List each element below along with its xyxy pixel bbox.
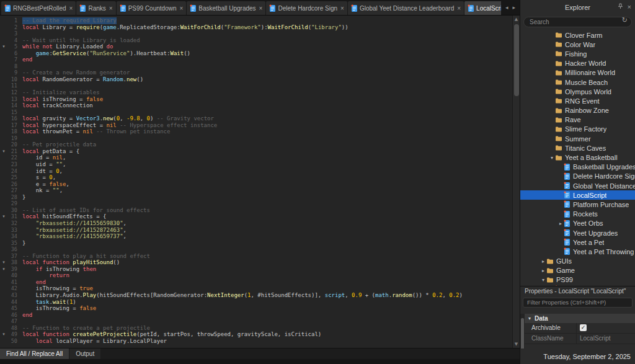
code-line[interactable]: 32 "rbxassetid://14155659830", [0,220,512,227]
tree-item[interactable]: Yeet Upgrades [520,228,635,237]
code-line[interactable]: 42 isThrowing = true [0,285,512,292]
code-line[interactable]: 17local hyperspaceEffect = nil -- Hypers… [0,122,512,129]
code-line[interactable]: 47 [0,318,512,325]
tree-item[interactable]: Clover Farm [520,30,635,40]
scroll-down-icon[interactable]: ▼ [513,340,520,348]
tree-item[interactable]: Delete Hardcore Sign [520,172,635,181]
tree-item[interactable]: Millionaire World [520,68,635,78]
explorer-search-input[interactable] [523,17,632,27]
code-line[interactable]: 1-- Load the required Library [0,17,512,24]
tree-item[interactable]: ▸GUIs [520,257,635,266]
tree-item[interactable]: Color War [520,40,635,49]
tree-item[interactable]: Muscle Beach [520,78,635,87]
code-line[interactable]: 7end [0,56,512,63]
tab-scroll-left-icon[interactable]: ◂ [505,4,508,11]
tree-item[interactable]: Basketball Upgrades [520,162,635,172]
code-line[interactable]: 19 [0,135,512,142]
close-icon[interactable]: × [628,4,631,11]
code-line[interactable]: 30-- List of asset IDs for sound effects [0,207,512,214]
tree-item[interactable]: ▸Yeet Orbs [520,219,635,228]
tree-item[interactable]: ▾PS99 [520,275,635,285]
code-line[interactable]: ▾49local function createPetProjectile(pe… [0,331,512,338]
code-line[interactable]: 28} [0,194,512,201]
tree-collapse-icon[interactable]: ▾ [549,155,555,161]
section-collapse-icon[interactable]: ▾ [525,316,535,321]
code-line[interactable]: 6 game:GetService("RunService").Heartbea… [0,50,512,57]
property-row[interactable]: ClassNameLocalScript [525,334,635,344]
tree-item[interactable]: Yeet a Pet Throwing [520,247,635,256]
tree-item[interactable]: Rainbow Zone [520,106,635,115]
code-line[interactable]: 14local trackConnection [0,102,512,109]
code-line[interactable]: 4-- Wait until the Library is loaded [0,37,512,44]
bottom-tab-output[interactable]: Output [69,348,100,359]
checkbox[interactable]: ✓ [580,324,587,331]
tree-item[interactable]: Global Yeet Distance Leaderboard [520,181,635,190]
bottom-tab-find-all-replace-all[interactable]: Find All / Replace All [0,348,69,359]
code-line[interactable]: 40 return [0,272,512,279]
fold-toggle-icon[interactable]: ▾ [0,266,7,273]
tree-item[interactable]: Slime Factory [520,125,635,134]
properties-scrollbar-thumb[interactable] [521,318,524,349]
tree-item[interactable]: ▾Yeet a Basketball [520,153,635,162]
tree-expand-icon[interactable]: ▸ [557,221,564,226]
close-icon[interactable]: × [340,5,344,12]
code-line[interactable]: ▾31local hitSoundEffects = { [0,213,512,220]
tree-item[interactable]: RNG Event [520,96,635,105]
properties-scrollbar[interactable] [520,314,525,349]
tree-item[interactable]: Titanic Caves [520,143,635,153]
code-line[interactable]: 16local gravity = Vector3.new(0, -9.8, 0… [0,115,512,122]
tree-expand-icon[interactable]: ▸ [540,268,546,273]
code-line[interactable]: 15 [0,109,512,116]
code-line[interactable]: 43 Library.Audio.Play(hitSoundEffects[Ra… [0,292,512,299]
code-line[interactable]: 50 local localPlayer = Library.LocalPlay… [0,338,512,345]
fold-toggle-icon[interactable]: ▾ [0,43,7,50]
code-line[interactable]: 22 id = nil, [0,154,512,161]
properties-filter-input[interactable] [523,298,633,308]
editor-tab[interactable]: RNGBestPetRolled× [1,1,76,15]
code-line[interactable]: 36 [0,246,512,253]
tree-item[interactable]: Fishing [520,49,635,58]
code-line[interactable]: 2local Library = require(game.Replicated… [0,24,512,31]
fold-toggle-icon[interactable]: ▾ [0,148,7,155]
code-line[interactable]: ▾38local function playHitSound() [0,259,512,266]
property-value[interactable]: ✓ [577,323,635,333]
code-line[interactable]: 33 "rbxassetid://14152872463", [0,227,512,234]
tree-collapse-icon[interactable]: ▾ [540,277,546,283]
code-line[interactable]: 10local RandomGenerator = Random.new() [0,76,512,83]
editor-tab[interactable]: Global Yeet Distance Leaderboard× [348,1,464,15]
tree-item[interactable]: Platform Purchase [520,200,635,209]
code-line[interactable]: 29 [0,200,512,207]
close-icon[interactable]: × [179,5,183,12]
close-icon[interactable]: × [259,5,263,12]
code-line[interactable]: 27 nk = "", [0,187,512,194]
code-line[interactable]: 46end [0,312,512,319]
code-line[interactable]: 26 e = false, [0,181,512,188]
code-line[interactable]: 35} [0,240,512,247]
code-line[interactable]: 48-- Function to create a pet projectile [0,325,512,332]
tree-item[interactable]: Yeet a Pet [520,237,635,247]
code-line[interactable]: 37-- Function to play a hit sound effect [0,253,512,260]
code-line[interactable]: 23 uid = "", [0,161,512,168]
scroll-up-icon[interactable]: ▲ [513,16,520,23]
tree-item[interactable]: LocalScript [520,190,635,200]
code-line[interactable]: ▾21local petData = { [0,148,512,155]
data-section-header[interactable]: ▾ Data [525,314,635,323]
close-icon[interactable]: × [457,5,461,12]
fold-toggle-icon[interactable]: ▾ [0,259,7,266]
tree-item[interactable]: ▸Game [520,266,635,275]
editor-tab[interactable]: Delete Hardcore Sign× [266,1,347,15]
code-line[interactable]: 20-- Pet projectile data [0,141,512,148]
code-line[interactable]: 18local thrownPet = nil -- Thrown pet in… [0,128,512,135]
code-line[interactable]: 13local isThrowing = false [0,96,512,103]
editor-tab[interactable]: LocalScript× [464,1,501,15]
editor-scrollbar[interactable]: ▲ ▼ [512,16,520,348]
code-line[interactable]: 34 "rbxassetid://14155659737", [0,233,512,240]
code-line[interactable]: 41 end [0,279,512,286]
fold-toggle-icon[interactable]: ▾ [0,213,7,220]
fold-toggle-icon[interactable]: ▾ [0,331,7,338]
code-line[interactable]: 24 idt = 0, [0,168,512,175]
tree-item[interactable]: Summer [520,134,635,143]
code-line[interactable]: ▾5while not Library.Loaded do [0,43,512,50]
tree-item[interactable]: Hacker World [520,59,635,68]
scrollbar-thumb[interactable] [514,24,519,96]
